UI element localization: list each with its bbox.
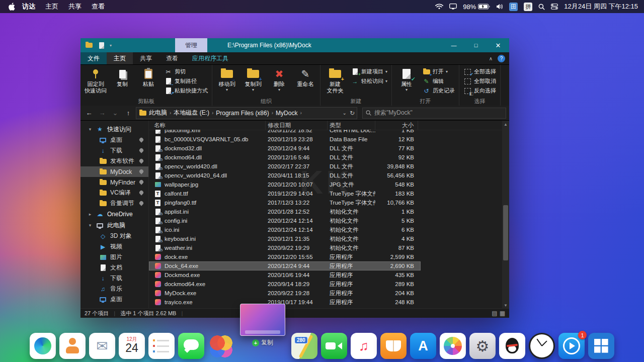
- file-row[interactable]: ⚙config.ini2020/12/24 12:14初始化文件5 KB: [149, 216, 421, 225]
- file-row[interactable]: ⚙keyboard.ini2020/12/1 21:35初始化文件4 KB: [149, 234, 421, 243]
- app-store-icon[interactable]: A: [410, 333, 436, 359]
- file-row[interactable]: bc_00000LVSQV3ARNLT_05.db2020/12/19 23:2…: [149, 135, 421, 144]
- contacts-icon[interactable]: [59, 333, 86, 359]
- file-row[interactable]: dock.exe2020/12/20 15:55应用程序2,599 KB: [149, 252, 421, 261]
- rename-button[interactable]: ✎重命名: [293, 66, 318, 87]
- color-wheel-icon[interactable]: [208, 333, 234, 359]
- control-center-icon[interactable]: [551, 4, 558, 10]
- search-input[interactable]: 搜索"MyDock": [362, 108, 506, 119]
- context-tab-manage[interactable]: 管理: [175, 38, 207, 52]
- music-icon[interactable]: [351, 333, 377, 359]
- select-all-button[interactable]: ✔全部选择: [461, 67, 498, 76]
- copy-to-button[interactable]: +复制到▾: [240, 66, 266, 92]
- chevron-right-icon[interactable]: ▸: [88, 212, 93, 217]
- paste-button[interactable]: 粘贴: [136, 66, 161, 87]
- menubar-clock[interactable]: 12月24日 周四 下午12:15: [564, 2, 638, 11]
- invert-selection-button[interactable]: ◧反向选择: [461, 86, 498, 96]
- delete-button[interactable]: ✖删除▾: [267, 66, 292, 92]
- edge-icon[interactable]: [30, 333, 56, 359]
- sidebar-section-this-pc[interactable]: ▾此电脑: [80, 220, 148, 231]
- breadcrumb-item[interactable]: Program Files (x86): [216, 110, 269, 117]
- file-row[interactable]: ⚙dockmod32.dll2020/12/24 9:44DLL 文件77 KB: [149, 144, 421, 153]
- tab-view[interactable]: 查看: [159, 52, 185, 64]
- edit-button[interactable]: ✎编辑: [420, 76, 457, 86]
- wifi-icon[interactable]: [435, 4, 443, 10]
- menu-finder[interactable]: 访达: [17, 2, 40, 11]
- sidebar-item-documents[interactable]: 文档: [80, 262, 148, 273]
- sidebar-section-onedrive[interactable]: ▸☁OneDrive: [80, 209, 148, 220]
- qq-icon[interactable]: [499, 333, 525, 359]
- menu-share[interactable]: 共享: [63, 2, 87, 11]
- file-row[interactable]: wallpaper.jpg2020/12/20 10:07JPG 文件548 K…: [149, 180, 421, 189]
- tab-file[interactable]: 文件: [80, 52, 107, 64]
- sidebar-item-desktop[interactable]: 桌面: [80, 294, 148, 305]
- tab-share[interactable]: 共享: [133, 52, 159, 64]
- column-header-1[interactable]: 修改日期: [266, 121, 328, 130]
- back-button[interactable]: ←: [84, 108, 95, 119]
- scroll-up-arrow[interactable]: ▲: [502, 121, 509, 128]
- file-row[interactable]: ⚙weather.ini2020/9/22 19:29初始化文件87 KB: [149, 243, 421, 252]
- clock-icon[interactable]: [529, 333, 555, 359]
- paste-shortcut-button[interactable]: ↗粘贴快捷方式: [162, 86, 210, 96]
- history-button[interactable]: ↺历史记录: [420, 86, 457, 96]
- volume-icon[interactable]: [496, 4, 503, 10]
- vertical-scrollbar[interactable]: ▲ ▼: [502, 121, 509, 309]
- file-row[interactable]: dockmod64.exe2020/9/14 18:29应用程序289 KB: [149, 280, 421, 289]
- easy-access-button[interactable]: →轻松访问▾: [349, 76, 389, 86]
- column-header-0[interactable]: 名称: [149, 121, 266, 130]
- cut-button[interactable]: ✂剪切: [162, 67, 210, 76]
- chevron-down-icon[interactable]: ▾: [88, 223, 93, 228]
- sidebar-item-music[interactable]: ♫音乐: [80, 284, 148, 294]
- column-header-3[interactable]: 大小: [375, 121, 418, 130]
- refresh-icon[interactable]: ↻: [350, 110, 355, 117]
- help-icon[interactable]: ?: [498, 55, 505, 62]
- sidebar-item-mydock[interactable]: MyDock: [80, 166, 148, 177]
- qat-properties-icon[interactable]: [97, 42, 106, 49]
- maps-icon[interactable]: 280: [291, 333, 317, 359]
- sidebar-item-downloads[interactable]: ↓下载: [80, 145, 148, 156]
- apple-logo-icon[interactable]: [6, 3, 17, 11]
- forward-button[interactable]: →: [97, 108, 108, 119]
- file-row[interactable]: Tpingfang0.ttf2017/12/3 13:22TrueType 字体…: [149, 198, 421, 207]
- calendar-icon[interactable]: 12月24: [119, 333, 145, 359]
- sidebar-item-myfinder[interactable]: MyFinder: [80, 177, 148, 188]
- battery-indicator[interactable]: 98%: [463, 3, 490, 11]
- tab-home[interactable]: 主页: [107, 52, 133, 64]
- notes-icon[interactable]: [148, 333, 175, 359]
- file-row[interactable]: padconfig.xml2020/11/22 18:52Cent HTML D…: [149, 130, 421, 135]
- file-row[interactable]: ⚙ico.ini2020/12/24 12:14初始化文件6 KB: [149, 225, 421, 234]
- messages-icon[interactable]: [178, 333, 204, 359]
- settings-icon[interactable]: [469, 333, 496, 359]
- up-button[interactable]: ↑: [123, 108, 134, 119]
- copy-button[interactable]: 复制: [110, 66, 135, 87]
- close-button[interactable]: ✕: [487, 38, 509, 52]
- scrollbar-thumb[interactable]: [503, 205, 508, 260]
- file-row[interactable]: Dockmod.exe2020/10/6 19:44应用程序435 KB: [149, 270, 421, 280]
- sidebar-item-downloads[interactable]: ↓下载: [80, 273, 148, 284]
- display-mirroring-icon[interactable]: [449, 4, 457, 10]
- sidebar-item-vc-build[interactable]: VC编译: [80, 188, 148, 198]
- pinyin-input-icon[interactable]: 拼: [524, 3, 532, 11]
- maximize-button[interactable]: □: [465, 38, 487, 52]
- sidebar-item-publish-software[interactable]: 发布软件: [80, 156, 148, 166]
- input-method-icon[interactable]: 田: [509, 3, 518, 11]
- file-row[interactable]: ⚙applist.ini2020/1/28 12:52初始化文件1 KB: [149, 207, 421, 216]
- tab-app-tools[interactable]: 应用程序工具: [185, 52, 235, 64]
- copy-path-button[interactable]: →复制路径: [162, 76, 210, 86]
- mail-icon[interactable]: [89, 333, 115, 359]
- pin-to-quick-access-button[interactable]: 固定到 快速访问: [83, 66, 109, 94]
- qat-dropdown-icon[interactable]: ▾: [110, 44, 112, 47]
- sidebar-item-volume-control[interactable]: 音量调节: [80, 198, 148, 209]
- column-header-2[interactable]: 类型: [328, 121, 375, 130]
- menu-view[interactable]: 查看: [87, 2, 110, 11]
- books-icon[interactable]: [380, 333, 407, 359]
- new-folder-button[interactable]: +新建 文件夹: [323, 66, 348, 94]
- menu-home[interactable]: 主页: [40, 2, 63, 11]
- windows-icon[interactable]: [588, 333, 614, 359]
- photos-icon[interactable]: [440, 333, 466, 359]
- window-titlebar[interactable]: ▾ 管理 E:\Program Files (x86)\MyDock — □ ✕: [80, 38, 509, 52]
- sidebar-item-videos[interactable]: ▶视频: [80, 241, 148, 252]
- facetime-icon[interactable]: [321, 333, 347, 359]
- file-row[interactable]: Dock_64.exe2020/12/24 9:44应用程序2,690 KB: [149, 261, 421, 270]
- file-row[interactable]: Tcalfont.ttf2019/12/29 14:04TrueType 字体文…: [149, 189, 421, 198]
